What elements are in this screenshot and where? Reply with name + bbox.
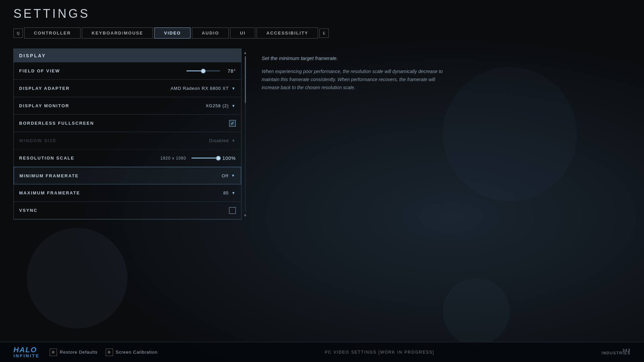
- scroll-up-arrow[interactable]: ▲: [243, 50, 247, 55]
- scroll-down-arrow[interactable]: ▼: [243, 213, 247, 218]
- tab-key-right: E: [319, 28, 329, 38]
- scrollbar[interactable]: ▲ ▼: [244, 49, 247, 219]
- fov-slider[interactable]: [186, 70, 220, 71]
- display-adapter-label: DISPLAY ADAPTER: [19, 86, 70, 91]
- display-adapter-dropdown[interactable]: AMD Radeon RX 6800 XT ▼: [171, 86, 236, 91]
- minimum-framerate-dropdown[interactable]: Off ▼: [222, 173, 235, 178]
- display-monitor-dropdown[interactable]: XG258 (2) ▼: [206, 103, 236, 108]
- window-size-dropdown: Disabled ▼: [209, 138, 236, 143]
- tab-video[interactable]: VIDEO: [154, 27, 191, 39]
- resolution-scale-value: 100%: [222, 156, 236, 161]
- window-size-value: Disabled: [209, 138, 229, 143]
- section-display-header: DISPLAY: [14, 49, 241, 62]
- checkmark-icon: ✓: [230, 121, 234, 126]
- resolution-size: 644 x 362: [160, 156, 186, 161]
- bottom-left-area: HALO INFINITE R Restore Defaults R Scree…: [13, 346, 158, 358]
- halo-logo: HALO INFINITE: [13, 346, 40, 358]
- vsync-label: VSYNC: [19, 208, 38, 213]
- display-adapter-value: AMD Radeon RX 6800 XT: [171, 86, 229, 91]
- calibration-label: Screen Calibration: [116, 350, 158, 355]
- setting-maximum-framerate: MAXIMUM FRAMERATE 85 ▼: [14, 184, 241, 202]
- tab-accessibility[interactable]: ACCESSIBILITY: [257, 27, 318, 39]
- setting-window-size: WINDOW SIZE Disabled ▼: [14, 132, 241, 149]
- maximum-framerate-value: 85: [223, 190, 229, 195]
- setting-borderless-fullscreen: BORDERLESS FULLSCREEN ✓: [14, 115, 241, 132]
- info-title: Set the minimum target framerate.: [262, 55, 449, 61]
- studio-logo: 343 INDUSTRIES: [601, 350, 631, 355]
- tabs-container: Q CONTROLLER KEYBOARD/MOUSE VIDEO AUDIO …: [13, 27, 631, 39]
- bottom-actions: R Restore Defaults R Screen Calibration: [50, 349, 158, 356]
- borderless-fullscreen-label: BORDERLESS FULLSCREEN: [19, 121, 94, 126]
- display-adapter-arrow: ▼: [231, 86, 236, 91]
- resolution-scale-label: RESOLUTION SCALE: [19, 156, 74, 161]
- window-size-label: WINDOW SIZE: [19, 138, 57, 143]
- display-monitor-value: XG258 (2): [206, 103, 229, 108]
- setting-resolution-scale: RESOLUTION SCALE 644 x 362 100%: [14, 149, 241, 167]
- minimum-framerate-arrow: ▼: [231, 173, 235, 178]
- page-title: SETTINGS: [13, 7, 631, 21]
- content-area: ▲ ▼ DISPLAY FIELD OF VIEW 78°: [13, 49, 631, 220]
- tab-key-left: Q: [13, 28, 23, 38]
- studio-name: INDUSTRIES: [601, 351, 631, 355]
- fov-value: 78°: [224, 68, 236, 74]
- setting-display-monitor: DISPLAY MONITOR XG258 (2) ▼: [14, 97, 241, 115]
- tab-controller[interactable]: CONTROLLER: [24, 27, 80, 39]
- display-monitor-label: DISPLAY MONITOR: [19, 103, 69, 108]
- display-monitor-arrow: ▼: [231, 104, 236, 108]
- minimum-framerate-value: Off: [222, 173, 228, 178]
- scroll-track: [245, 56, 246, 212]
- tab-audio[interactable]: AUDIO: [192, 27, 229, 39]
- window-size-arrow: ▼: [231, 138, 236, 143]
- resolution-scale-container[interactable]: 644 x 362 100%: [160, 156, 236, 161]
- tab-keyboard-mouse[interactable]: KEYBOARD/MOUSE: [82, 27, 153, 39]
- fov-slider-container[interactable]: 78°: [186, 68, 236, 74]
- setting-minimum-framerate[interactable]: MINIMUM FRAMERATE Off ▼: [14, 167, 241, 184]
- minimum-framerate-label: MINIMUM FRAMERATE: [19, 173, 79, 178]
- setting-vsync: VSYNC: [14, 202, 241, 219]
- fov-label: FIELD OF VIEW: [19, 68, 60, 73]
- maximum-framerate-dropdown[interactable]: 85 ▼: [223, 190, 236, 195]
- tab-ui[interactable]: UI: [230, 27, 255, 39]
- halo-logo-line1: HALO: [13, 346, 40, 354]
- bottom-center-text: PC VIDEO SETTINGS [WORK IN PROGRESS]: [325, 350, 434, 355]
- restore-key: R: [50, 349, 57, 356]
- maximum-framerate-label: MAXIMUM FRAMERATE: [19, 190, 80, 195]
- resolution-scale-slider[interactable]: [192, 158, 218, 159]
- setting-field-of-view: FIELD OF VIEW 78°: [14, 62, 241, 80]
- halo-logo-line2: INFINITE: [13, 354, 40, 358]
- restore-label: Restore Defaults: [60, 350, 98, 355]
- vsync-checkbox[interactable]: [229, 207, 236, 214]
- maximum-framerate-arrow: ▼: [231, 191, 236, 195]
- restore-defaults-action[interactable]: R Restore Defaults: [50, 349, 98, 356]
- info-panel: Set the minimum target framerate. When e…: [262, 49, 449, 98]
- borderless-fullscreen-checkbox[interactable]: ✓: [229, 120, 236, 127]
- settings-panel: ▲ ▼ DISPLAY FIELD OF VIEW 78°: [13, 49, 241, 220]
- screen-calibration-action[interactable]: R Screen Calibration: [106, 349, 158, 356]
- bottom-bar: HALO INFINITE R Restore Defaults R Scree…: [0, 342, 644, 362]
- scroll-thumb: [245, 56, 246, 103]
- info-body: When experiencing poor performance, the …: [262, 68, 449, 92]
- setting-display-adapter: DISPLAY ADAPTER AMD Radeon RX 6800 XT ▼: [14, 80, 241, 97]
- calibration-key: R: [106, 349, 113, 356]
